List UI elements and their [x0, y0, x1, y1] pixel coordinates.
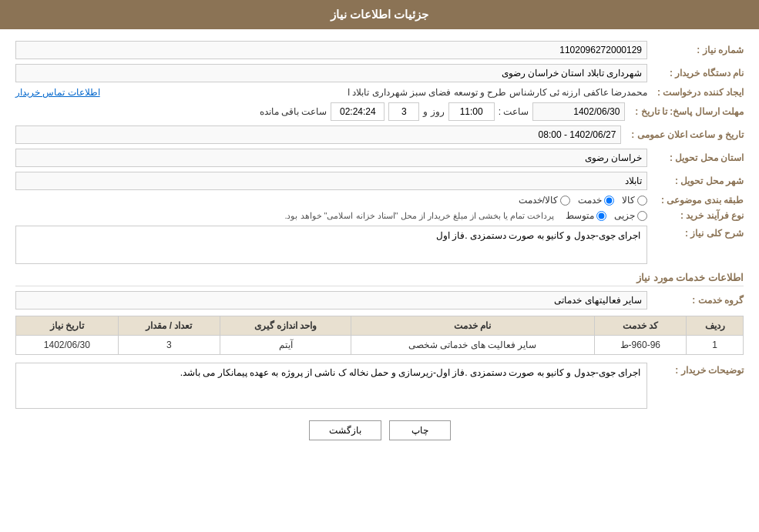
cell-vahed: آیتم — [220, 336, 351, 355]
tabaqe-khadamat-radio[interactable] — [604, 196, 614, 206]
services-section-title: اطلاعات خدمات مورد نیاز — [15, 272, 744, 286]
tosifat-textarea: اجرای جوی-جدول و کانیو به صورت دستمزدی .… — [15, 363, 647, 409]
tabaqe-kala-label: کالا — [622, 195, 635, 206]
sharh-label: شرح کلی نیاز : — [651, 228, 744, 239]
nooe-farayand-row: نوع فرآیند خرید : جزیی متوسط پرداخت تمام… — [15, 210, 744, 221]
nooe-motavaset-radio[interactable] — [596, 211, 606, 221]
tabaqe-kala-khadamat-item[interactable]: کالا/خدمت — [519, 195, 570, 206]
tosifat-row: توضیحات خریدار : اجرای جوی-جدول و کانیو … — [15, 363, 744, 409]
sharh-textarea: اجرای جوی-جدول و کانیو به صورت دستمزدی .… — [15, 226, 647, 264]
tarikh-ilan-label: تاریخ و ساعت اعلان عمومی : — [625, 129, 744, 140]
shahr-row: شهر محل تحویل : — [15, 172, 744, 190]
col-vahed: واحد اندازه گیری — [220, 316, 351, 336]
mohlat-time-label: ساعت : — [499, 106, 529, 117]
back-button[interactable]: بازگشت — [309, 420, 381, 440]
group-input — [15, 291, 647, 309]
sharh-row: شرح کلی نیاز : اجرای جوی-جدول و کانیو به… — [15, 226, 744, 264]
tabaqe-khadamat-item[interactable]: خدمت — [578, 195, 614, 206]
shahr-input — [15, 172, 647, 190]
mohlat-remaining-label: ساعت باقی مانده — [260, 106, 327, 117]
shahr-label: شهر محل تحویل : — [651, 176, 744, 186]
group-label: گروه خدمت : — [651, 295, 744, 306]
nooe-jozii-item[interactable]: جزیی — [614, 210, 647, 221]
mohlat-roz-label: روز و — [423, 106, 444, 117]
tabaqe-kala-khadamat-label: کالا/خدمت — [519, 195, 558, 206]
mohlat-row: مهلت ارسال پاسخ: تا تاریخ : ساعت : روز و… — [15, 102, 744, 121]
cell-tedad: 3 — [118, 336, 220, 355]
ij-konande-label: ایجاد کننده درخواست : — [651, 87, 744, 98]
shomara-niaz-label: شماره نیاز : — [651, 45, 744, 55]
mohlat-label: مهلت ارسال پاسخ: تا تاریخ : — [629, 106, 744, 117]
tosifat-label: توضیحات خریدار : — [651, 365, 744, 376]
mohlat-date-input — [532, 102, 625, 121]
ostan-row: استان محل تحویل : — [15, 149, 744, 167]
shomara-niaz-input — [15, 41, 647, 59]
contact-info-link[interactable]: اطلاعات تماس خریدار — [15, 87, 100, 98]
tabaqe-label: طبقه بندی موضوعی : — [651, 195, 744, 206]
nooe-motavaset-label: متوسط — [566, 210, 594, 221]
cell-name: سایر فعالیت های خدماتی شخصی — [351, 336, 595, 355]
col-kod: کد خدمت — [594, 316, 686, 336]
tabaqe-kala-khadamat-radio[interactable] — [560, 196, 570, 206]
table-row: 1960-96-طسایر فعالیت های خدماتی شخصیآیتم… — [16, 336, 744, 355]
button-row: چاپ بازگشت — [15, 420, 744, 440]
mohlat-remaining-input — [331, 102, 385, 121]
col-tarikh: تاریخ نیاز — [16, 316, 119, 336]
cell-kod: 960-96-ط — [594, 336, 686, 355]
tabaqe-radio-group: کالا خدمت کالا/خدمت — [519, 195, 647, 206]
nam-dastgah-row: نام دستگاه خریدار : — [15, 64, 744, 82]
print-button[interactable]: چاپ — [389, 420, 451, 440]
tabaqe-kala-radio[interactable] — [637, 196, 647, 206]
cell-radif: 1 — [687, 336, 744, 355]
tabaqe-khadamat-label: خدمت — [578, 195, 602, 206]
mohlat-roz-input — [388, 102, 419, 121]
nooe-jozii-radio[interactable] — [637, 211, 647, 221]
tabaqe-kala-item[interactable]: کالا — [622, 195, 647, 206]
nooe-description: پرداخت تمام یا بخشی از مبلغ خریدار از مح… — [284, 211, 554, 221]
nooe-motavaset-item[interactable]: متوسط — [566, 210, 606, 221]
ostan-input — [15, 149, 647, 167]
cell-tarikh: 1402/06/30 — [16, 336, 119, 355]
nooe-farayand-label: نوع فرآیند خرید : — [651, 210, 744, 221]
nam-dastgah-input — [15, 64, 647, 82]
tarikh-ilan-input — [15, 125, 621, 144]
col-tedad: تعداد / مقدار — [118, 316, 220, 336]
col-radif: ردیف — [687, 316, 744, 336]
group-row: گروه خدمت : — [15, 291, 744, 309]
page-header: جزئیات اطلاعات نیاز — [0, 0, 759, 29]
shomara-niaz-row: شماره نیاز : — [15, 41, 744, 59]
ij-konande-row: ایجاد کننده درخواست : محمدرضا عاکفی ارزن… — [15, 87, 744, 98]
nooe-radio-group: جزیی متوسط — [566, 210, 647, 221]
page-title: جزئیات اطلاعات نیاز — [331, 8, 428, 21]
nam-dastgah-label: نام دستگاه خریدار : — [651, 68, 744, 79]
ostan-label: استان محل تحویل : — [651, 152, 744, 163]
mohlat-time-input — [448, 102, 495, 121]
services-table: ردیف کد خدمت نام خدمت واحد اندازه گیری ت… — [15, 316, 744, 355]
nooe-jozii-label: جزیی — [614, 210, 635, 221]
col-name: نام خدمت — [351, 316, 595, 336]
tarikh-ilan-row: تاریخ و ساعت اعلان عمومی : — [15, 125, 744, 144]
ij-konande-value: محمدرضا عاکفی ارزنه ئی کارشناس طرح و توس… — [110, 87, 647, 98]
tabaqe-row: طبقه بندی موضوعی : کالا خدمت کالا/خدمت — [15, 195, 744, 206]
